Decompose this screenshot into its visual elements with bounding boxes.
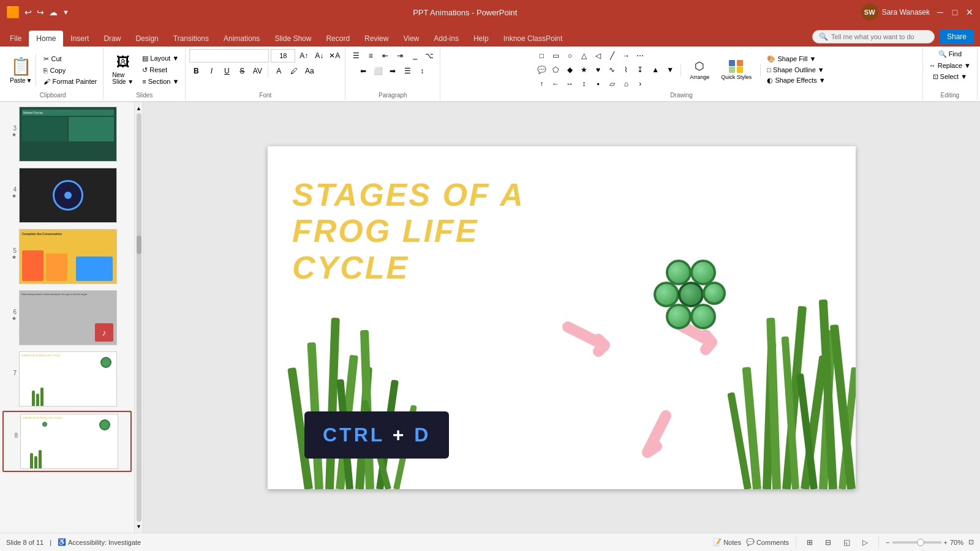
shape-more[interactable]: ⋯	[633, 49, 647, 62]
arrange-button[interactable]: ⬡ Arrange	[685, 57, 714, 83]
shape-block[interactable]: ▪	[591, 77, 605, 91]
reset-button[interactable]: ↺ Reset	[140, 65, 181, 75]
shape-arrow-line[interactable]: →	[619, 49, 633, 62]
shape-fill-btn[interactable]: 🎨 Shape Fill ▼	[764, 54, 827, 64]
shape-effects-btn[interactable]: ◐ Shape Effects ▼	[764, 75, 827, 86]
select-button[interactable]: ⊡ Select ▼	[930, 72, 970, 82]
replace-button[interactable]: ↔ Replace ▼	[927, 61, 973, 70]
shape-connector[interactable]: ⌇	[619, 63, 633, 77]
list-item[interactable]: 4 ★	[2, 166, 132, 225]
share-button[interactable]: Share	[940, 29, 974, 44]
shape-circle[interactable]: ○	[563, 49, 576, 62]
decrease-font-btn[interactable]: A↓	[312, 49, 326, 62]
shape-heart[interactable]: ♥	[591, 63, 605, 77]
copy-button[interactable]: ⎘ Copy	[41, 66, 99, 75]
shape-parallelogram[interactable]: ▱	[605, 77, 619, 91]
shape-trapezoid[interactable]: ⌂	[619, 77, 633, 91]
font-color-btn[interactable]: A	[272, 64, 285, 78]
view-slideshow-btn[interactable]: ▷	[858, 536, 872, 549]
italic-btn[interactable]: I	[205, 64, 218, 78]
list-item[interactable]: 3 ★ Market Forces	[2, 105, 132, 163]
paste-button[interactable]: 📋 Paste ▼	[6, 54, 36, 86]
shape-left-arrow[interactable]: ←	[549, 77, 562, 91]
undo-btn[interactable]: ↩	[24, 7, 32, 17]
text-highlight-btn[interactable]: 🖊	[287, 64, 301, 78]
text-direction-btn[interactable]: ⎯	[408, 49, 421, 62]
search-input[interactable]	[831, 33, 923, 40]
bullets-btn[interactable]: ☰	[349, 49, 363, 62]
underline-btn[interactable]: U	[220, 64, 233, 78]
strikethrough-btn[interactable]: S	[235, 64, 249, 78]
zoom-slider[interactable]	[892, 541, 941, 544]
numbering-btn[interactable]: ≡	[364, 49, 377, 62]
tab-home[interactable]: Home	[29, 31, 63, 47]
shape-round-rect[interactable]: ▭	[549, 49, 562, 62]
list-item[interactable]: 7 STAGES OF A FROG LIFE CYCLE	[2, 350, 132, 408]
list-item[interactable]: 6 ★ ♪ Determining launch initial velocit…	[2, 288, 132, 347]
autosave-btn[interactable]: ☁	[49, 7, 58, 17]
layout-button[interactable]: ▤ Layout ▼	[140, 53, 181, 64]
tab-help[interactable]: Help	[466, 31, 496, 47]
fit-slide-btn[interactable]: ⊡	[968, 538, 974, 546]
comments-btn[interactable]: 💬 Comments	[746, 538, 789, 546]
cut-button[interactable]: ✂ Cut	[41, 54, 99, 64]
shape-curve[interactable]: ∿	[605, 63, 619, 77]
view-reading-btn[interactable]: ◱	[840, 536, 853, 549]
quick-styles-button[interactable]: Quick Styles	[716, 58, 756, 83]
restore-btn[interactable]: □	[951, 8, 959, 17]
tab-file[interactable]: File	[2, 31, 29, 47]
format-painter-button[interactable]: 🖌 Format Painter	[41, 77, 99, 86]
shape-rect[interactable]: □	[535, 49, 548, 62]
scroll-up-btn[interactable]: ▲	[649, 63, 662, 77]
list-item[interactable]: 8 STAGES OF A FROG LIFE CYCLE	[2, 411, 132, 472]
char-spacing-btn[interactable]: AV	[251, 64, 264, 78]
columns-btn[interactable]: ⌥	[423, 49, 436, 62]
ribbon-search[interactable]: 🔍	[812, 30, 935, 43]
scroll-down[interactable]: ▼	[135, 523, 143, 530]
close-btn[interactable]: ✕	[965, 8, 974, 17]
new-slide-button[interactable]: 🖼 NewSlide ▼	[107, 52, 138, 88]
tab-animations[interactable]: Animations	[216, 31, 267, 47]
font-case-btn[interactable]: Aa	[303, 64, 316, 78]
shape-down-arrow[interactable]: ↧	[633, 63, 647, 77]
tab-classpoint[interactable]: Inknoe ClassPoint	[496, 31, 570, 47]
shape-callout[interactable]: 💬	[535, 63, 548, 77]
font-name-input[interactable]	[189, 49, 269, 62]
clear-format-btn[interactable]: ✕A	[328, 49, 341, 62]
align-right-btn[interactable]: ➡	[386, 64, 399, 78]
align-left-btn[interactable]: ⬅	[356, 64, 370, 78]
view-outline-btn[interactable]: ⊟	[821, 536, 835, 549]
tab-review[interactable]: Review	[357, 31, 396, 47]
slide-panel[interactable]: 3 ★ Market Forces 4 ★	[0, 102, 135, 533]
find-button[interactable]: 🔍 Find	[936, 49, 964, 59]
zoom-thumb[interactable]	[917, 539, 924, 546]
increase-indent-btn[interactable]: ⇥	[393, 49, 407, 62]
shape-rt-triangle[interactable]: ◁	[591, 49, 605, 62]
shape-ud-arrow[interactable]: ↕	[577, 77, 590, 91]
scroll-up[interactable]: ▲	[135, 105, 143, 112]
shape-lr-arrow[interactable]: ↔	[563, 77, 576, 91]
options-btn[interactable]: ▼	[62, 9, 69, 16]
scroll-down-btn[interactable]: ▼	[663, 63, 677, 77]
decrease-indent-btn[interactable]: ⇤	[379, 49, 392, 62]
zoom-in-btn[interactable]: +	[944, 539, 948, 546]
tab-draw[interactable]: Draw	[96, 31, 128, 47]
shape-outline-btn[interactable]: □ Shape Outline ▼	[764, 65, 827, 75]
shape-pentagon[interactable]: ⬠	[549, 63, 562, 77]
tab-design[interactable]: Design	[128, 31, 165, 47]
tab-view[interactable]: View	[396, 31, 426, 47]
minimize-btn[interactable]: ─	[936, 8, 944, 17]
notes-btn[interactable]: 📝 Notes	[713, 538, 741, 546]
shape-star[interactable]: ★	[577, 63, 590, 77]
shape-triangle[interactable]: △	[577, 49, 590, 62]
shape-line[interactable]: ╱	[605, 49, 619, 62]
redo-btn[interactable]: ↪	[37, 7, 44, 17]
increase-font-btn[interactable]: A↑	[297, 49, 311, 62]
scroll-thumb[interactable]	[137, 236, 141, 254]
slide-canvas[interactable]: STAGES OF A FROG LIFE CYCLE	[268, 146, 856, 489]
accessibility-btn[interactable]: ♿ Accessibility: Investigate	[58, 538, 141, 546]
tab-addins[interactable]: Add-ins	[426, 31, 466, 47]
line-spacing-btn[interactable]: ↕	[415, 64, 429, 78]
font-size-input[interactable]	[271, 49, 295, 62]
justify-btn[interactable]: ☰	[401, 64, 414, 78]
